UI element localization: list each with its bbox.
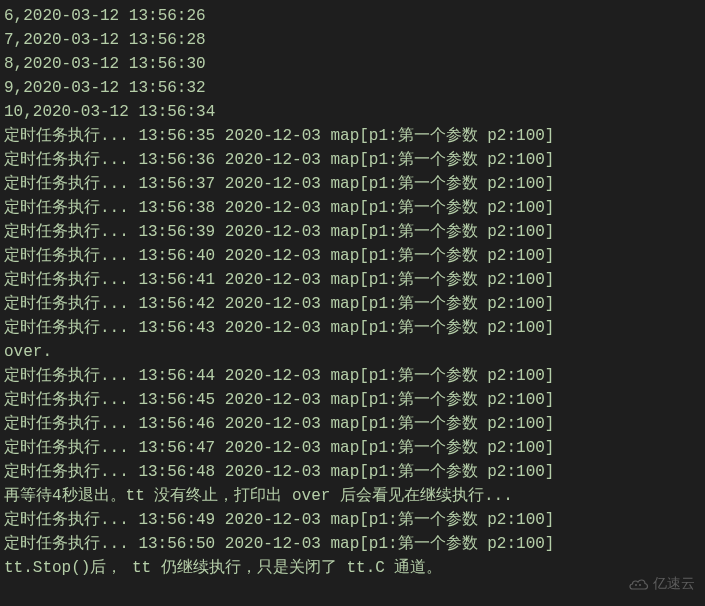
terminal-line: 定时任务执行... 13:56:44 2020-12-03 map[p1:第一个… (4, 364, 701, 388)
terminal-line: 定时任务执行... 13:56:43 2020-12-03 map[p1:第一个… (4, 316, 701, 340)
terminal-line: 定时任务执行... 13:56:41 2020-12-03 map[p1:第一个… (4, 268, 701, 292)
cloud-icon (629, 577, 649, 591)
watermark: 亿速云 (629, 573, 695, 594)
terminal-line: 定时任务执行... 13:56:45 2020-12-03 map[p1:第一个… (4, 388, 701, 412)
terminal-line: 定时任务执行... 13:56:38 2020-12-03 map[p1:第一个… (4, 196, 701, 220)
terminal-line: 9,2020-03-12 13:56:32 (4, 76, 701, 100)
terminal-output: 6,2020-03-12 13:56:267,2020-03-12 13:56:… (4, 4, 701, 580)
terminal-line: 定时任务执行... 13:56:47 2020-12-03 map[p1:第一个… (4, 436, 701, 460)
terminal-line: 定时任务执行... 13:56:39 2020-12-03 map[p1:第一个… (4, 220, 701, 244)
terminal-line: 6,2020-03-12 13:56:26 (4, 4, 701, 28)
terminal-line: 定时任务执行... 13:56:50 2020-12-03 map[p1:第一个… (4, 532, 701, 556)
watermark-text: 亿速云 (653, 573, 695, 594)
terminal-line: over. (4, 340, 701, 364)
terminal-line: 10,2020-03-12 13:56:34 (4, 100, 701, 124)
terminal-line: 再等待4秒退出。tt 没有终止，打印出 over 后会看见在继续执行... (4, 484, 701, 508)
terminal-line: 定时任务执行... 13:56:37 2020-12-03 map[p1:第一个… (4, 172, 701, 196)
terminal-line: 定时任务执行... 13:56:46 2020-12-03 map[p1:第一个… (4, 412, 701, 436)
terminal-line: 定时任务执行... 13:56:48 2020-12-03 map[p1:第一个… (4, 460, 701, 484)
svg-point-1 (639, 584, 641, 586)
svg-point-0 (635, 584, 637, 586)
terminal-line: 定时任务执行... 13:56:42 2020-12-03 map[p1:第一个… (4, 292, 701, 316)
terminal-line: tt.Stop()后， tt 仍继续执行，只是关闭了 tt.C 通道。 (4, 556, 701, 580)
terminal-line: 定时任务执行... 13:56:35 2020-12-03 map[p1:第一个… (4, 124, 701, 148)
terminal-line: 定时任务执行... 13:56:40 2020-12-03 map[p1:第一个… (4, 244, 701, 268)
terminal-line: 7,2020-03-12 13:56:28 (4, 28, 701, 52)
terminal-line: 8,2020-03-12 13:56:30 (4, 52, 701, 76)
terminal-line: 定时任务执行... 13:56:36 2020-12-03 map[p1:第一个… (4, 148, 701, 172)
terminal-line: 定时任务执行... 13:56:49 2020-12-03 map[p1:第一个… (4, 508, 701, 532)
